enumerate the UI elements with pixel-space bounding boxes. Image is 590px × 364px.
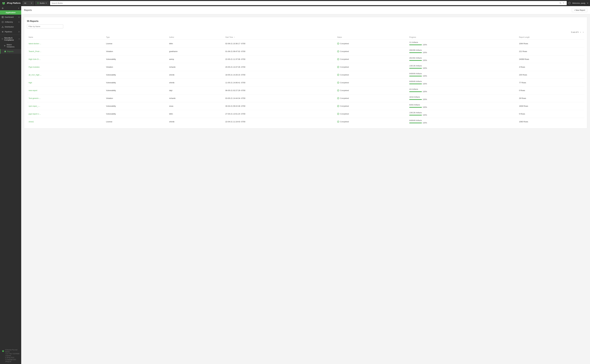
table-row[interactable]: Test-generic-... Violation richardc 03-0… [27, 94, 584, 102]
cell-author: shimib [167, 79, 224, 87]
cell-name: new-report [27, 87, 104, 94]
sidebar-item-dashboard[interactable]: Dashboard [0, 15, 21, 20]
table-row[interactable]: npm-repor_-... Vulnerability sivas 30-04… [27, 102, 584, 110]
table-row[interactable]: show1 License shimib 22-04-21 11:19:43 -… [27, 118, 584, 126]
new-report-button[interactable]: + New Report [572, 8, 587, 12]
cell-status: Completed [335, 87, 408, 94]
sidebar-item-pipelines[interactable]: Pipelines [0, 29, 21, 34]
sidebar-item-artifactory[interactable]: Artifactory [0, 20, 21, 24]
svg-point-15 [2, 8, 3, 9]
all-dropdown[interactable]: All [23, 1, 34, 5]
svg-point-4 [4, 2, 5, 3]
cell-status: Completed [335, 40, 408, 48]
sidebar-item-security[interactable]: Security & Compliance [0, 35, 21, 42]
topbar: JFrog Platform All Builds ? Welcome, pau… [0, 0, 590, 6]
sidebar-sub-item-label: Reports [7, 50, 13, 52]
cell-report-length: 77 Rows [517, 79, 584, 87]
cell-type: Vulnerability [104, 87, 167, 94]
svg-point-25 [3, 27, 3, 28]
cell-status: Completed [335, 55, 408, 63]
table-row[interactable]: high Vulnerability shimib 11-05-21 14:06… [27, 79, 584, 87]
pagination-prev[interactable]: ‹ [579, 31, 582, 33]
completed-icon [337, 50, 339, 52]
svg-rect-17 [2, 16, 2, 17]
pagination-text: 3 out of 5 [571, 31, 578, 33]
svg-rect-20 [3, 17, 3, 18]
cell-name: pypi-report-v-... [27, 110, 104, 118]
welcome-text: Welcome, paulg [572, 2, 585, 4]
table-row[interactable]: new-report Vulnerability talyi 06-05-21 … [27, 87, 584, 94]
security-icon [2, 38, 3, 40]
table-row[interactable]: TeamA_Prod-... Violation gowthamn 01-06-… [27, 48, 584, 55]
reports-icon [4, 51, 6, 52]
builds-chevron-icon [46, 3, 47, 3]
cell-name: all_mvn_high-... [27, 71, 104, 79]
table-row[interactable]: latest-docker-... License billm 02-06-21… [27, 40, 584, 48]
sidebar: Application Dashboard Artifactory Distri… [0, 6, 21, 364]
table-row[interactable]: pypi-report-v-... Vulnerability billm 27… [27, 110, 584, 118]
cell-status: Completed [335, 102, 408, 110]
table-row[interactable]: all_mvn_high-... Vulnerability shimib 18… [27, 71, 584, 79]
col-header-type: Type [104, 35, 167, 40]
cell-report-length: 235 Rows [517, 71, 584, 79]
sidebar-item-reports[interactable]: Reports [0, 49, 21, 54]
svg-point-24 [2, 27, 2, 28]
completed-icon [337, 105, 339, 107]
chevron-down-icon [31, 3, 32, 3]
cell-start-time: 06-05-21 02:27:29 -0700 [224, 87, 335, 94]
svg-point-23 [2, 26, 3, 27]
completed-icon [337, 113, 339, 115]
cell-type: Vulnerability [104, 55, 167, 63]
reports-table: Name Type Author Start Time Status Progr… [27, 35, 584, 125]
sidebar-item-label: Dashboard [5, 16, 14, 18]
search-bar[interactable] [50, 1, 567, 5]
help-icon[interactable]: ? [568, 2, 570, 4]
sidebar-item-watch-violations[interactable]: Watch Violations [0, 42, 21, 49]
svg-point-32 [5, 46, 5, 46]
sidebar-app-label: Application [6, 12, 16, 13]
pagination-next[interactable]: › [582, 31, 584, 33]
settings-icon[interactable] [2, 7, 4, 9]
sidebar-item-label: Pipelines [5, 31, 12, 33]
svg-rect-18 [3, 16, 3, 17]
cell-start-time: 22-05-21 11:37:06 -0700 [224, 55, 335, 63]
cell-report-length: 221 Rows [517, 48, 584, 55]
col-header-report-length: Report Length [517, 35, 584, 40]
main-content: Reports + New Report 55 Reports 3 out of… [21, 6, 590, 364]
cell-name: High-Vuln-O-... [27, 55, 104, 63]
cell-start-time: 22-04-21 11:19:43 -0700 [224, 118, 335, 126]
table-row[interactable]: Pypi-modules Violation richardc 20-05-21… [27, 63, 584, 71]
cell-start-time: 03-05-21 14:44:34 -0700 [224, 94, 335, 102]
svg-point-3 [3, 2, 3, 3]
cell-status: Completed [335, 63, 408, 71]
cell-type: Violation [104, 94, 167, 102]
cell-report-length: 1060 Rows [517, 118, 584, 126]
cell-progress: 649/649 Artifacts 100% [408, 79, 517, 87]
svg-point-5 [3, 3, 4, 4]
filter-input[interactable] [27, 24, 63, 28]
logo-text: JFrog Platform [7, 2, 21, 4]
svg-point-8 [560, 2, 561, 3]
builds-button[interactable]: Builds [35, 1, 49, 5]
search-icon [559, 2, 561, 4]
reports-count: 55 Reports [27, 20, 584, 22]
svg-text:?: ? [569, 2, 570, 4]
sidebar-item-distribution[interactable]: Distribution [0, 24, 21, 29]
cell-progress: 4/4 Artifacts 100% [408, 87, 517, 94]
table-row[interactable]: High-Vuln-O-... Vulnerability asimp 22-0… [27, 55, 584, 63]
distribution-icon [2, 26, 4, 28]
cell-report-length: 4 Rows [517, 63, 584, 71]
completed-icon [337, 97, 339, 99]
cell-status: Completed [335, 71, 408, 79]
dashboard-icon [2, 16, 4, 18]
builds-label: Builds [40, 2, 45, 4]
search-input[interactable] [52, 2, 559, 4]
cell-progress: 649/649 Artifacts 100% [408, 118, 517, 126]
cell-type: Vulnerability [104, 110, 167, 118]
col-header-author: Author [167, 35, 224, 40]
collapse-icon[interactable] [18, 7, 20, 9]
sidebar-footer: Enterprise Plus trial license 7.21.7 Rev… [0, 348, 21, 364]
cell-start-time: 18-05-21 14:26:15 -0700 [224, 71, 335, 79]
cell-status: Completed [335, 94, 408, 102]
sidebar-item-label: Artifactory [5, 21, 13, 23]
